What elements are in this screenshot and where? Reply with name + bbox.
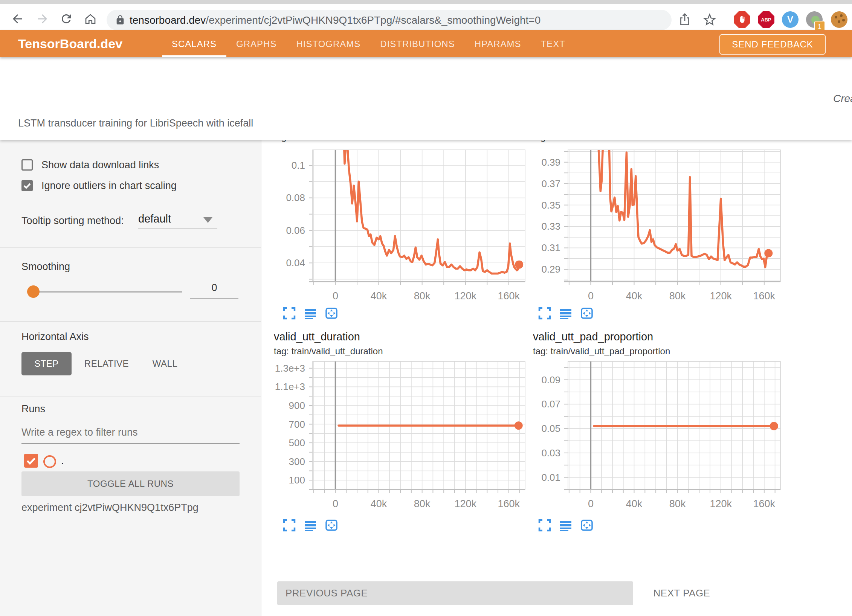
experiment-description: LSTM transducer training for LibriSpeech… [18, 117, 253, 129]
tooltip-sorting-label: Tooltip sorting method: [21, 215, 124, 227]
content: Show data download links Ignore outliers… [0, 140, 852, 616]
app-logo[interactable]: TensorBoard.dev [18, 30, 122, 57]
svg-text:300: 300 [289, 456, 305, 467]
fullscreen-icon[interactable] [282, 518, 297, 532]
scalar-chart[interactable]: 0.010.030.050.070.09040k80k120k160k [524, 356, 789, 524]
divider [0, 396, 261, 397]
app-header: TensorBoard.dev SCALARS GRAPHS HISTOGRAM… [0, 30, 852, 57]
svg-text:160k: 160k [498, 290, 520, 302]
v-label: V [787, 14, 793, 25]
run-name[interactable]: . [61, 455, 64, 467]
window-title-strip [0, 0, 852, 4]
svg-text:0: 0 [333, 290, 338, 302]
ignore-outliers-label[interactable]: Ignore outliers in chart scaling [41, 180, 177, 192]
chart-actions [282, 518, 339, 532]
svg-text:0.39: 0.39 [541, 157, 560, 168]
axis-relative-button[interactable]: RELATIVE [81, 352, 132, 375]
tab-distributions[interactable]: DISTRIBUTIONS [370, 30, 464, 57]
svg-text:0.07: 0.07 [541, 398, 560, 410]
ignore-outliers-checkbox[interactable] [21, 180, 33, 191]
next-page-button[interactable]: NEXT PAGE [644, 581, 719, 605]
tab-hparams[interactable]: HPARAMS [465, 30, 531, 57]
toggle-all-runs-button[interactable]: TOGGLE ALL RUNS [21, 471, 240, 496]
svg-text:0: 0 [333, 498, 338, 509]
forward-icon[interactable] [36, 12, 49, 26]
checkbox-checked-icon [24, 454, 38, 468]
previous-page-button[interactable]: PREVIOUS PAGE [277, 581, 633, 605]
svg-text:0.29: 0.29 [541, 264, 560, 275]
svg-text:0.03: 0.03 [541, 447, 560, 459]
experiment-id-label: experiment cj2vtPiwQHKN9Q1tx6PTpg [21, 502, 198, 514]
pan-zoom-icon[interactable] [579, 518, 594, 532]
checkbox-unchecked-icon [21, 159, 33, 171]
run-line [344, 145, 519, 273]
svg-text:500: 500 [289, 437, 305, 448]
svg-text:40k: 40k [371, 290, 387, 302]
pan-zoom-icon[interactable] [324, 518, 339, 532]
final-value-dot [770, 422, 778, 430]
tooltip-select-underline [138, 229, 217, 229]
fullscreen-icon[interactable] [537, 518, 552, 532]
smoothing-label: Smoothing [21, 261, 70, 273]
show-download-links-checkbox[interactable] [21, 159, 33, 171]
chart-tag: tag: train/valid_utt_pad_proportion [533, 346, 670, 357]
url-host: tensorboard.dev [130, 14, 206, 26]
svg-text:40k: 40k [626, 498, 643, 509]
data-table-icon[interactable] [558, 518, 573, 532]
nav-tabs: SCALARS GRAPHS HISTOGRAMS DISTRIBUTIONS … [162, 30, 575, 57]
data-table-icon[interactable] [303, 518, 318, 532]
url-text: tensorboard.dev/experiment/cj2vtPiwQHKN9… [130, 14, 541, 26]
svg-text:40k: 40k [626, 290, 643, 302]
svg-text:80k: 80k [414, 498, 431, 509]
reload-icon[interactable] [60, 12, 73, 26]
back-icon[interactable] [11, 12, 24, 26]
checkbox-checked-icon [21, 180, 33, 191]
fullscreen-icon[interactable] [537, 306, 552, 320]
final-value-dot [515, 421, 523, 430]
page: tensorboard.dev/experiment/cj2vtPiwQHKN9… [0, 0, 852, 616]
adblock-extension-icon[interactable] [734, 11, 750, 28]
cookie-extension-icon[interactable] [831, 11, 847, 28]
tab-text[interactable]: TEXT [531, 30, 575, 57]
tab-graphs[interactable]: GRAPHS [226, 30, 286, 57]
svg-text:0: 0 [588, 290, 594, 302]
smoothing-value-input[interactable]: 0 [190, 282, 238, 294]
scalar-chart[interactable]: 0.290.310.330.350.370.39040k80k120k160k [524, 145, 789, 316]
svg-text:0.09: 0.09 [541, 374, 560, 386]
chevron-down-icon[interactable] [203, 217, 212, 223]
data-table-icon[interactable] [303, 306, 318, 320]
chart-actions [537, 306, 594, 320]
runs-regex-input[interactable]: Write a regex to filter runs [21, 427, 138, 438]
url-path: /experiment/cj2vtPiwQHKN9Q1tx6PTpg/#scal… [206, 14, 541, 26]
smoothing-slider-knob[interactable] [27, 285, 40, 298]
tab-histograms[interactable]: HISTOGRAMS [286, 30, 370, 57]
pan-zoom-icon[interactable] [324, 306, 339, 320]
fullscreen-icon[interactable] [282, 306, 297, 320]
svg-text:120k: 120k [454, 498, 476, 509]
chart-actions [537, 518, 594, 532]
svg-text:0.37: 0.37 [541, 178, 560, 189]
show-download-links-label[interactable]: Show data download links [41, 159, 159, 171]
axis-wall-button[interactable]: WALL [147, 352, 183, 375]
svg-text:0.01: 0.01 [541, 472, 560, 483]
abp-extension-icon[interactable]: ABP [758, 11, 774, 28]
pan-zoom-icon[interactable] [579, 306, 594, 320]
bookmark-star-icon[interactable] [703, 13, 716, 26]
settings-sidebar: Show data download links Ignore outliers… [0, 140, 261, 616]
svg-text:0.1: 0.1 [292, 160, 305, 171]
scalar-chart[interactable]: 1003005007009001.1e+31.3e+3040k80k120k16… [268, 356, 533, 524]
v-extension-icon[interactable]: V [782, 11, 799, 28]
svg-text:160k: 160k [753, 290, 776, 302]
share-icon[interactable] [678, 13, 692, 26]
home-icon[interactable] [84, 12, 97, 26]
tooltip-sorting-select[interactable]: default [138, 213, 171, 225]
run-checkbox[interactable] [24, 454, 38, 468]
data-table-icon[interactable] [558, 306, 573, 320]
browser-toolbar: tensorboard.dev/experiment/cj2vtPiwQHKN9… [0, 4, 852, 30]
smoothing-slider-track[interactable] [29, 291, 182, 293]
lock-icon [115, 15, 125, 25]
send-feedback-button[interactable]: SEND FEEDBACK [719, 34, 826, 55]
axis-step-button[interactable]: STEP [21, 352, 72, 375]
scalar-chart[interactable]: 0.040.060.080.1040k80k120k160k [268, 145, 533, 316]
tab-scalars[interactable]: SCALARS [162, 30, 226, 57]
